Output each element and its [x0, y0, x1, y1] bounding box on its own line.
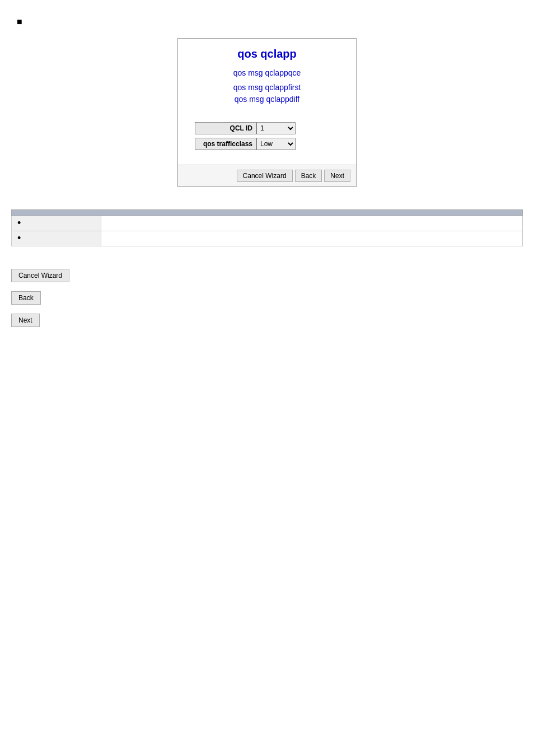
trafficclass-select[interactable]: Low Medium High	[256, 138, 296, 150]
table-cell-col1: •	[12, 216, 101, 231]
table-cell-col2-1	[101, 216, 523, 231]
table-col1-header	[12, 210, 101, 216]
param-table: • •	[11, 209, 523, 246]
table-section: • •	[11, 209, 523, 246]
standalone-next-button[interactable]: Next	[11, 314, 40, 327]
table-row: •	[12, 231, 523, 246]
bullet-dot-2: •	[17, 233, 21, 243]
wizard-cmd2-line2: qos msg qclappdiff	[235, 95, 299, 104]
wizard-cancel-button[interactable]: Cancel Wizard	[237, 170, 293, 182]
bullet-marker: ■	[17, 17, 523, 27]
wizard-next-button[interactable]: Next	[324, 170, 350, 182]
table-col2-header	[101, 210, 523, 216]
wizard-box: qos qclapp qos msg qclappqce qos msg qcl…	[177, 38, 357, 187]
trafficclass-row: qos trafficclass Low Medium High	[195, 138, 339, 150]
wizard-fields: QCL ID 1 2 3 4 qos trafficclass Low Medi…	[178, 116, 356, 165]
standalone-back-button[interactable]: Back	[11, 291, 41, 305]
wizard-title: qos qclapp	[178, 39, 356, 66]
wizard-cmd2: qos msg qclappfirst qos msg qclappdiff	[178, 80, 356, 116]
bullet-dot-1: •	[17, 218, 21, 228]
qcl-id-label: QCL ID	[195, 122, 256, 134]
trafficclass-label: qos trafficclass	[195, 138, 256, 150]
wizard-footer: Cancel Wizard Back Next	[178, 165, 356, 186]
qcl-id-select[interactable]: 1 2 3 4	[256, 122, 296, 134]
table-cell-col2-2	[101, 231, 523, 246]
table-cell-col1-2: •	[12, 231, 101, 246]
wizard-back-button[interactable]: Back	[295, 170, 322, 182]
standalone-cancel-button[interactable]: Cancel Wizard	[11, 269, 69, 282]
qcl-id-row: QCL ID 1 2 3 4	[195, 122, 339, 134]
wizard-cmd2-line1: qos msg qclappfirst	[233, 83, 301, 92]
wizard-cmd1: qos msg qclappqce	[178, 66, 356, 80]
standalone-buttons-section: Cancel Wizard Back Next	[11, 269, 523, 327]
table-row: •	[12, 216, 523, 231]
